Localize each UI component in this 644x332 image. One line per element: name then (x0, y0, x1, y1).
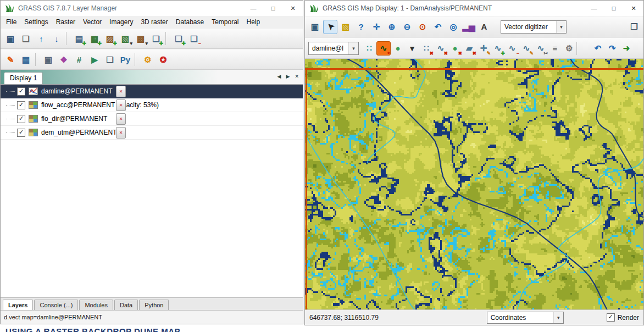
tools-select[interactable]: Vector digitizer ▾ (501, 20, 567, 34)
zoom-in-icon[interactable]: ⊕ (385, 20, 399, 34)
delete-feature-icon[interactable]: ▰ ✖ (462, 41, 476, 56)
graphical-modeler-icon[interactable]: ❖ (57, 52, 71, 67)
display-1-tab[interactable]: Display 1 (4, 72, 43, 84)
digitizer-toolbar: damline@l ▾ ∷ ∿ ● ● ▾ (305, 37, 643, 59)
add-vector-layer-icon[interactable]: ▨ ✚ (103, 31, 117, 46)
remove-vertex-icon[interactable]: ∿ − (505, 41, 519, 56)
close-button[interactable]: ✕ (283, 1, 303, 16)
layer-checkbox[interactable] (17, 101, 25, 109)
add-various-raster-icon[interactable]: ▧ ▾ (118, 31, 132, 46)
menu-item[interactable]: File (2, 17, 20, 27)
boundary-tools-chevron-icon[interactable]: ▾ (405, 41, 419, 56)
create-workspace-icon[interactable]: ❏ (19, 31, 33, 46)
move-feature-icon[interactable]: ✛ ✎ (476, 41, 491, 56)
docking-icon[interactable]: ❐ (627, 20, 641, 34)
quit-digitizer-icon[interactable]: ➜ (619, 41, 634, 56)
minimize-button[interactable]: — (584, 1, 604, 16)
attribute-table-icon[interactable]: ▦ (19, 52, 33, 67)
layer-checkbox[interactable] (17, 87, 25, 96)
add-raster-layer-icon[interactable]: ▦ ✚ (87, 31, 102, 46)
minimize-button[interactable]: — (243, 1, 263, 16)
animation-icon[interactable]: ▶ (87, 52, 102, 67)
mapcalc-icon[interactable]: ▣ (41, 52, 55, 67)
maximize-button[interactable]: □ (604, 1, 624, 16)
pointer-icon[interactable]: ➤ (323, 20, 337, 34)
layer-row[interactable]: flow_acc@PERMANENT (opacity: 53%) ✕ (1, 98, 303, 112)
menu-item[interactable]: 3D raster (137, 17, 171, 27)
pane-tab[interactable]: Modules (79, 300, 113, 310)
help-lifebuoy-icon[interactable]: ✪ (156, 52, 170, 67)
maximize-button[interactable]: □ (263, 1, 283, 16)
pane-tab[interactable]: Console (...) (34, 300, 78, 310)
add-vertex-icon[interactable]: ∿ ✚ (491, 41, 505, 56)
map-canvas[interactable] (305, 59, 643, 309)
close-button[interactable]: ✕ (624, 1, 643, 16)
edit-attributes-icon[interactable]: ≡ (548, 41, 562, 56)
layer-row[interactable]: flo_dir@PERMANENT ✕ (1, 112, 303, 126)
open-workspace-icon[interactable]: ↑ (34, 31, 48, 46)
zoom-out-icon[interactable]: ⊖ (400, 20, 414, 34)
layer-row[interactable]: dem_utm@PERMANENT ✕ (1, 126, 303, 140)
delete-line-icon[interactable]: ∿ ✖ (434, 41, 448, 56)
menu-item[interactable]: Temporal (208, 17, 242, 27)
tab-close-icon[interactable]: ✕ (295, 74, 299, 79)
layer-manager-titlebar[interactable]: GRASS GIS 7.8.7 Layer Manager — □ ✕ (1, 1, 303, 16)
menu-item[interactable]: Raster (52, 17, 79, 27)
pane-tab[interactable]: Python (139, 300, 169, 310)
add-group-icon[interactable]: ❏ ✚ (149, 31, 163, 46)
layer-row[interactable]: damline@PERMANENT ✕ (1, 85, 303, 98)
analyze-map-icon[interactable]: ▂▅ (462, 20, 476, 34)
statusbar-mode-select[interactable]: Coordinates ▾ (487, 312, 564, 324)
delete-area-icon[interactable]: ● ✖ (448, 41, 462, 56)
add-map-elements-icon[interactable]: A (477, 20, 491, 34)
toolbar-separator (66, 32, 70, 45)
tab-prev-icon[interactable]: ◀ (277, 74, 281, 79)
digitize-boundary-icon[interactable]: ● (391, 41, 405, 56)
pan-icon[interactable]: ✛ (369, 20, 384, 34)
pane-tab[interactable]: Data (114, 300, 138, 310)
abort-render-button[interactable]: ✕ (116, 86, 126, 97)
move-vertex-icon[interactable]: ∿ ✎ (519, 41, 534, 56)
layer-checkbox[interactable] (17, 129, 25, 137)
digitize-point-icon[interactable]: ∷ (362, 41, 376, 56)
tab-next-icon[interactable]: ▶ (286, 74, 290, 79)
delete-point-icon[interactable]: ∷ ✖ (419, 41, 434, 56)
query-icon[interactable]: ? (354, 20, 368, 34)
map-view[interactable] (305, 59, 643, 309)
edited-layer-select[interactable]: damline@l ▾ (308, 42, 359, 55)
render-toggle[interactable]: Render (607, 313, 639, 322)
python-console-icon[interactable]: Py (118, 52, 132, 67)
zoom-extent-icon[interactable]: ◎ (446, 20, 460, 34)
select-features-icon[interactable]: ▧ (338, 20, 353, 34)
menu-item[interactable]: Settings (20, 17, 52, 27)
add-overlay-icon[interactable]: ❏ ✚ (171, 31, 186, 46)
abort-render-button[interactable]: ✕ (116, 113, 126, 125)
zoom-back-icon[interactable]: ↶ (431, 20, 445, 34)
map-display-titlebar[interactable]: GRASS GIS Map Display: 1 - DamAnalysis/P… (305, 1, 643, 16)
delete-layer-icon[interactable]: ❏ − (187, 31, 201, 46)
layer-checkbox[interactable] (17, 115, 25, 123)
menu-item[interactable]: Database (172, 17, 208, 27)
menu-item[interactable]: Help (243, 17, 264, 27)
menu-item[interactable]: Imagery (106, 17, 137, 27)
render-map-icon[interactable]: ▣ (308, 20, 322, 34)
georectifier-icon[interactable]: # (72, 52, 86, 67)
digitizer-tools-icon[interactable]: ⚙ (562, 41, 576, 56)
menu-item[interactable]: Vector (79, 17, 106, 27)
zoom-region-icon[interactable]: ⊙ (415, 20, 430, 34)
abort-render-button[interactable]: ✕ (116, 127, 126, 139)
abort-render-button[interactable]: ✕ (116, 99, 126, 111)
digitize-line-icon[interactable]: ∿ ● (376, 41, 391, 56)
redo-icon[interactable]: ↷ (605, 41, 619, 56)
script-editor-icon[interactable]: ❏ (103, 52, 117, 67)
undo-icon[interactable]: ↶ (591, 41, 605, 56)
add-multiple-layers-icon[interactable]: ▤ ✚ (72, 31, 86, 46)
add-various-vector-icon[interactable]: ▩ ▾ (134, 31, 148, 46)
render-checkbox[interactable] (607, 313, 615, 322)
cartographic-composer-icon[interactable]: ✎ (3, 52, 18, 67)
split-line-icon[interactable]: ∿ ✂ (534, 41, 548, 56)
pane-tab[interactable]: Layers (3, 300, 33, 310)
save-workspace-icon[interactable]: ↓ (49, 31, 64, 46)
settings-gear-icon[interactable]: ⚙ (141, 52, 155, 67)
start-new-display-icon[interactable]: ▣ (3, 31, 18, 46)
